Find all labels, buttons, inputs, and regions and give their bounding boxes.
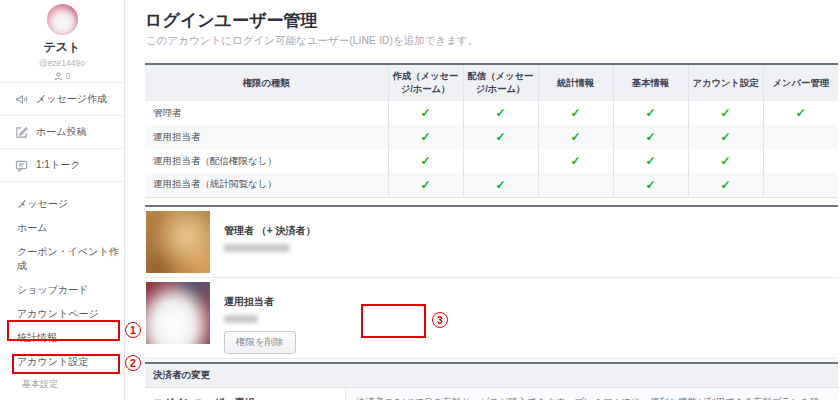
payer-row: ログインユーザー選択 決済者のみLINE@の有料サービスが購入できます。プレミア… — [145, 388, 838, 400]
permissions-table: 権限の種類 作成（メッセージ/ホーム） 配信（メッセージ/ホーム） 統計情報 基… — [145, 63, 838, 198]
sidebar-item-statistics[interactable]: 統計情報 — [0, 326, 124, 350]
check-cell: ✓ — [613, 125, 688, 149]
check-cell — [763, 173, 838, 197]
table-row: 運用担当者 ✓ ✓ ✓ ✓ ✓ — [145, 125, 838, 149]
check-cell: ✓ — [688, 173, 763, 197]
col-permission-type: 権限の種類 — [145, 64, 388, 101]
user-role: 管理者 （+ 決済者） — [224, 224, 315, 238]
sidebar-item-1to1-talk[interactable]: 1:1トーク — [0, 148, 124, 181]
sidebar-item-home[interactable]: ホーム — [0, 216, 124, 240]
check-cell: ✓ — [538, 125, 613, 149]
profile-avatar[interactable] — [47, 4, 78, 35]
avatar-photo — [146, 211, 210, 273]
redacted-user-name — [224, 315, 258, 323]
payer-description: 決済者のみLINE@の有料サービスが購入できます。プレミアムIDや、便利な機能が… — [345, 388, 838, 400]
sidebar-item-label: メッセージ作成 — [36, 92, 107, 106]
sidebar: テスト @eze1449o 0 メッセージ作成 ホーム投稿 1:1トーク メッセ… — [0, 0, 125, 400]
list-item-admin-user: 管理者 （+ 決済者） — [145, 207, 838, 278]
col-deliver: 配信（メッセージ/ホーム） — [463, 64, 538, 101]
col-basic-info: 基本情報 — [613, 64, 688, 101]
sidebar-item-login-user-management[interactable]: ログインユーザー管理 — [0, 395, 124, 400]
check-cell: ✓ — [688, 125, 763, 149]
payer-section-header: 決済者の変更 — [145, 364, 838, 388]
check-cell — [463, 149, 538, 173]
sidebar-item-home-post[interactable]: ホーム投稿 — [0, 115, 124, 148]
sidebar-item-label: 1:1トーク — [36, 158, 80, 172]
table-row: 運用担当者（配信権限なし） ✓ ✓ ✓ ✓ — [145, 149, 838, 173]
col-account-settings: アカウント設定 — [688, 64, 763, 101]
sidebar-item-message[interactable]: メッセージ — [0, 192, 124, 216]
check-cell: ✓ — [538, 101, 613, 125]
check-cell: ✓ — [463, 125, 538, 149]
line-at-admin-screen: テスト @eze1449o 0 メッセージ作成 ホーム投稿 1:1トーク メッセ… — [0, 0, 840, 400]
user-avatar — [146, 282, 210, 344]
pencil-icon — [15, 126, 28, 139]
user-role: 運用担当者 — [224, 295, 296, 309]
sidebar-main-nav: メッセージ ホーム クーポン・イベント作成 ショップカード アカウントページ 統… — [0, 182, 124, 400]
person-icon — [54, 72, 63, 81]
sidebar-item-message-create[interactable]: メッセージ作成 — [0, 82, 124, 115]
permissions-table-header: 権限の種類 作成（メッセージ/ホーム） 配信（メッセージ/ホーム） 統計情報 基… — [145, 64, 838, 101]
list-item-operator-user: 運用担当者 権限を削除 — [145, 278, 838, 359]
remove-permission-button[interactable]: 権限を削除 — [224, 331, 296, 354]
check-cell — [763, 149, 838, 173]
check-cell — [763, 125, 838, 149]
profile-name: テスト — [0, 39, 124, 56]
page-title: ログインユーザー管理 — [145, 9, 317, 32]
megaphone-icon — [15, 93, 28, 106]
follower-count-row: 0 — [0, 71, 124, 81]
sidebar-item-label: ホーム投稿 — [36, 125, 86, 139]
check-cell: ✓ — [388, 173, 463, 197]
table-row: 管理者 ✓ ✓ ✓ ✓ ✓ ✓ — [145, 101, 838, 125]
sidebar-item-basic-settings[interactable]: 基本設定 — [0, 374, 124, 395]
check-cell — [538, 173, 613, 197]
annotation-callout-1: 1 — [125, 322, 141, 338]
check-cell: ✓ — [613, 149, 688, 173]
redacted-user-name — [224, 244, 290, 252]
check-cell: ✓ — [388, 125, 463, 149]
check-cell: ✓ — [688, 101, 763, 125]
row-label: 管理者 — [145, 101, 388, 125]
avatar-photo — [146, 282, 210, 344]
check-cell: ✓ — [388, 149, 463, 173]
check-cell: ✓ — [463, 101, 538, 125]
col-member-management: メンバー管理 — [763, 64, 838, 101]
annotation-callout-2: 2 — [125, 355, 141, 371]
payer-change-section: 決済者の変更 ログインユーザー選択 決済者のみLINE@の有料サービスが購入でき… — [145, 362, 838, 400]
check-cell: ✓ — [763, 101, 838, 125]
follower-count: 0 — [66, 71, 71, 81]
check-cell: ✓ — [613, 173, 688, 197]
annotation-callout-3: 3 — [432, 312, 448, 328]
table-row: 運用担当者（統計閲覧なし） ✓ ✓ ✓ ✓ — [145, 173, 838, 197]
page-subtitle: このアカウントにログイン可能なユーザー(LINE ID)を追加できます。 — [146, 34, 478, 48]
avatar-photo — [47, 4, 78, 35]
chat-icon — [15, 159, 28, 172]
check-cell: ✓ — [688, 149, 763, 173]
sidebar-item-shop-card[interactable]: ショップカード — [0, 278, 124, 302]
profile-block: テスト @eze1449o 0 — [0, 0, 124, 82]
main-content: ログインユーザー管理 このアカウントにログイン可能なユーザー(LINE ID)を… — [145, 0, 838, 400]
row-label: 運用担当者 — [145, 125, 388, 149]
profile-handle: @eze1449o — [0, 58, 124, 68]
sidebar-item-account-page[interactable]: アカウントページ — [0, 302, 124, 326]
login-user-select-label: ログインユーザー選択 — [145, 388, 345, 400]
sidebar-item-coupon-event[interactable]: クーポン・イベント作成 — [0, 240, 124, 278]
row-label: 運用担当者（統計閲覧なし） — [145, 173, 388, 197]
check-cell: ✓ — [538, 149, 613, 173]
login-users-list: 管理者 （+ 決済者） 運用担当者 権限を削除 — [145, 205, 838, 359]
row-label: 運用担当者（配信権限なし） — [145, 149, 388, 173]
user-avatar — [146, 211, 210, 273]
sidebar-item-account-settings[interactable]: アカウント設定 — [0, 350, 124, 374]
col-statistics: 統計情報 — [538, 64, 613, 101]
check-cell: ✓ — [388, 101, 463, 125]
check-cell: ✓ — [463, 173, 538, 197]
check-cell: ✓ — [613, 101, 688, 125]
sidebar-icon-nav: メッセージ作成 ホーム投稿 1:1トーク — [0, 82, 124, 182]
col-create: 作成（メッセージ/ホーム） — [388, 64, 463, 101]
